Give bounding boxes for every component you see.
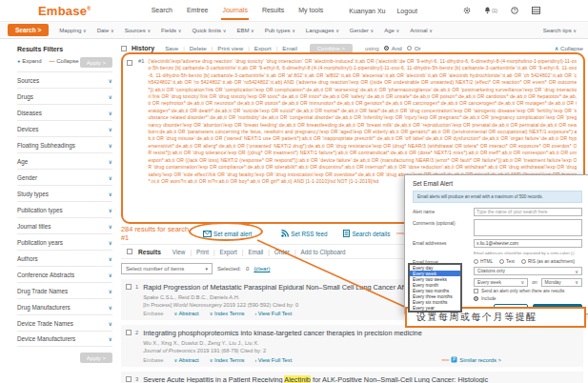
format-radio[interactable] [521, 259, 526, 264]
filter-category[interactable]: Study types∨ [17, 185, 112, 201]
index-terms-toggle[interactable]: ∨ Index Terms [210, 311, 245, 316]
radio-and[interactable] [384, 46, 389, 50]
abstract-toggle[interactable]: ∨ Abstract [174, 311, 199, 316]
search-tips-link[interactable]: Search tips ∨ [543, 28, 577, 33]
filter-category[interactable]: Drugs∨ [17, 88, 112, 104]
search-option[interactable]: Fields ∨ [161, 28, 181, 33]
top-nav-item[interactable]: Results [261, 1, 285, 20]
results-action-link[interactable]: Order [263, 249, 290, 255]
top-nav-item[interactable]: My tools [297, 1, 324, 20]
email-addresses-input[interactable] [474, 239, 582, 248]
combine-and-option[interactable]: And [384, 45, 402, 51]
include-radio[interactable] [474, 296, 478, 301]
combine-or-option[interactable]: Or [407, 45, 421, 51]
logout-link[interactable]: Logout [396, 8, 416, 14]
only-results-checkbox[interactable] [474, 289, 478, 293]
format-radio[interactable] [499, 259, 504, 264]
apply-filters-button-bottom[interactable]: Apply > [80, 353, 112, 363]
search-option[interactable]: Age ∨ [384, 28, 399, 33]
format-radio[interactable] [474, 259, 478, 264]
include-option[interactable]: Include [474, 296, 582, 301]
search-option[interactable]: EBM ∨ [236, 28, 253, 33]
frequency-option[interactable]: Every year [410, 305, 460, 311]
format-option[interactable]: HTML [474, 259, 493, 264]
results-action-link[interactable]: Add to Clipboard [290, 249, 346, 255]
combine-button[interactable]: Combine > [310, 44, 353, 53]
filter-category[interactable]: Journal titles∨ [17, 217, 112, 233]
search-option[interactable]: Mapping ∨ [59, 28, 86, 33]
history-action-link[interactable]: Save [165, 45, 178, 51]
history-action-link[interactable]: Email [272, 45, 297, 51]
format-option[interactable]: RIS (as an attachment) [521, 259, 575, 264]
content-select[interactable]: Citations only∨ [474, 267, 582, 275]
filter-category[interactable]: Gender∨ [17, 169, 112, 185]
result-title[interactable]: Integrating phosphoproteomics into kinas… [143, 329, 578, 337]
set-email-alert-link[interactable]: Set email alert [203, 231, 252, 237]
filter-category[interactable]: Diseases∨ [17, 104, 112, 120]
similar-records-link[interactable]: new P Similar records > [441, 356, 501, 363]
view-full-text-link[interactable]: › View Full Text [255, 357, 293, 363]
search-option[interactable]: Gender ∨ [350, 28, 374, 33]
gear-icon[interactable] [463, 7, 471, 14]
results-action-link[interactable]: Export [209, 249, 237, 255]
search-option[interactable]: Languages ∨ [306, 28, 339, 33]
frequency-select[interactable]: Every week∨ [474, 278, 528, 287]
filter-category[interactable]: Sources∨ [17, 71, 112, 88]
history-action-link[interactable]: Export [243, 45, 272, 51]
filter-category[interactable]: Devices∨ [17, 120, 112, 136]
search-option[interactable]: Quick limits ∨ [192, 28, 226, 33]
result-authors[interactable]: Wu X., Xing X., Dowlut D., Zeng Y., Liu … [143, 340, 578, 346]
radio-or[interactable] [407, 46, 412, 50]
filter-category[interactable]: Device Trade Names∨ [17, 314, 112, 331]
filter-category[interactable]: Authors∨ [17, 250, 112, 266]
collapse-history-link[interactable]: ∧ Collapse [555, 45, 583, 51]
embase-logo[interactable]: Embase® [38, 4, 91, 18]
results-action-link[interactable]: Print [185, 249, 209, 255]
abstract-toggle[interactable]: ∨ Abstract [174, 357, 199, 363]
select-all-checkbox[interactable] [127, 249, 132, 254]
set-rss-feed-link[interactable]: Set RSS feed [281, 230, 327, 237]
items-per-page-select[interactable]: Select number of items▾ [121, 263, 213, 274]
top-nav-item[interactable]: Emtree [186, 1, 210, 20]
apps-grid-icon[interactable] [532, 7, 540, 14]
result-checkbox[interactable] [126, 284, 132, 290]
expand-all-link[interactable]: + Expand [17, 58, 42, 64]
day-select[interactable]: Monday∨ [541, 278, 582, 287]
result-title[interactable]: Severe Acute Hepatitis in a Patient Rece… [143, 375, 578, 383]
search-option[interactable]: Sources ∨ [125, 28, 151, 33]
filter-category[interactable]: Floating Subheadings∨ [17, 136, 112, 152]
top-nav-item[interactable]: Search [151, 1, 173, 20]
filter-category[interactable]: Publication types∨ [17, 201, 112, 217]
top-nav-item[interactable]: Journals [221, 1, 248, 20]
user-name[interactable]: Kuanyan Xu [349, 8, 385, 14]
only-results-option[interactable]: Send an alert only when there are result… [474, 289, 582, 293]
result-checkbox[interactable] [126, 376, 132, 382]
history-action-link[interactable]: Delete [178, 45, 207, 51]
search-row-checkbox[interactable] [127, 60, 132, 66]
filter-category[interactable]: Drug Manufacturers∨ [17, 298, 112, 314]
search-submit-button[interactable]: Search > [8, 24, 49, 36]
apply-filters-button-top[interactable]: Apply > [80, 57, 112, 68]
comments-textarea[interactable] [474, 219, 582, 236]
history-checkbox[interactable] [121, 46, 127, 51]
filter-category[interactable]: Conference Abstracts∨ [17, 266, 112, 282]
alerts-bell-icon[interactable]: (1) [484, 7, 497, 14]
filter-category[interactable]: Age∨ [17, 152, 112, 169]
search-details-link[interactable]: Search details [343, 230, 390, 237]
results-action-link[interactable]: Email [237, 249, 263, 255]
results-action-link[interactable]: View [172, 249, 186, 255]
history-action-link[interactable]: Print view [207, 45, 243, 51]
index-terms-toggle[interactable]: ∨ Index Terms [210, 357, 245, 363]
view-full-text-link[interactable]: › View Full Text [255, 311, 293, 316]
result-checkbox[interactable] [126, 330, 132, 335]
clear-selection-link[interactable]: (clear) [253, 266, 270, 272]
alert-name-input[interactable] [474, 208, 582, 216]
format-option[interactable]: Text [499, 259, 515, 264]
search-option[interactable]: Date ∨ [97, 28, 114, 33]
search-option[interactable]: Pub types ∨ [265, 28, 295, 33]
filter-category[interactable]: Drug Trade Names∨ [17, 282, 112, 298]
filter-category[interactable]: Publication years∨ [17, 233, 112, 250]
help-icon[interactable]: ? [511, 7, 518, 14]
search-option[interactable]: Animal ∨ [410, 28, 433, 33]
filter-category[interactable]: Device Manufacturers∨ [17, 331, 112, 347]
